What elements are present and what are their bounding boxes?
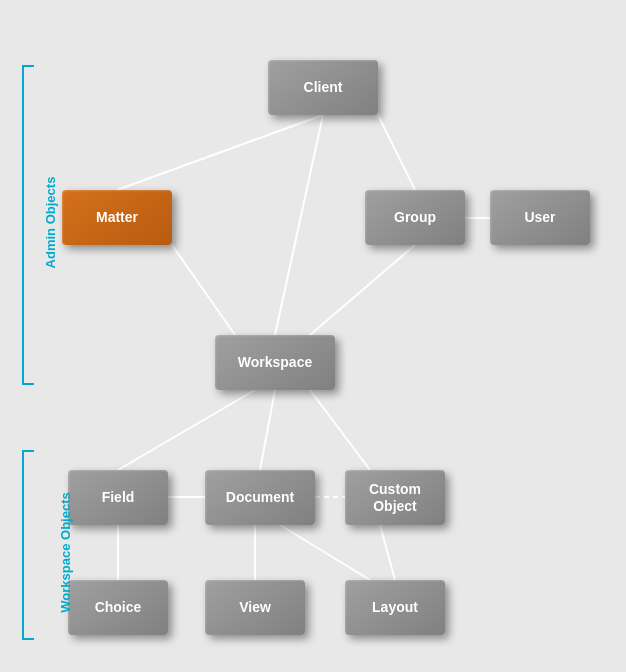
svg-line-1 bbox=[275, 115, 323, 335]
workspace-bracket bbox=[22, 450, 24, 640]
node-client: Client bbox=[268, 60, 378, 115]
svg-line-4 bbox=[172, 245, 235, 335]
svg-line-2 bbox=[378, 115, 415, 190]
node-field: Field bbox=[68, 470, 168, 525]
svg-line-7 bbox=[260, 390, 275, 470]
node-view: View bbox=[205, 580, 305, 635]
svg-line-6 bbox=[118, 390, 255, 470]
node-matter: Matter bbox=[62, 190, 172, 245]
svg-line-5 bbox=[310, 245, 415, 335]
workspace-bracket-bottom bbox=[22, 638, 34, 640]
node-custom_object: Custom Object bbox=[345, 470, 445, 525]
workspace-objects-label: Workspace Objects bbox=[58, 492, 73, 612]
node-layout: Layout bbox=[345, 580, 445, 635]
node-document: Document bbox=[205, 470, 315, 525]
admin-bracket bbox=[22, 65, 24, 385]
admin-bracket-bottom bbox=[22, 383, 34, 385]
node-user: User bbox=[490, 190, 590, 245]
diagram-container: ClientMatterGroupUserWorkspaceFieldDocum… bbox=[0, 0, 626, 672]
node-choice: Choice bbox=[68, 580, 168, 635]
svg-line-13 bbox=[280, 525, 370, 580]
admin-objects-label: Admin Objects bbox=[43, 177, 58, 269]
svg-line-0 bbox=[117, 115, 323, 190]
svg-line-12 bbox=[380, 525, 395, 580]
admin-bracket-top bbox=[22, 65, 34, 67]
svg-line-8 bbox=[310, 390, 370, 470]
node-group: Group bbox=[365, 190, 465, 245]
workspace-bracket-top bbox=[22, 450, 34, 452]
node-workspace: Workspace bbox=[215, 335, 335, 390]
